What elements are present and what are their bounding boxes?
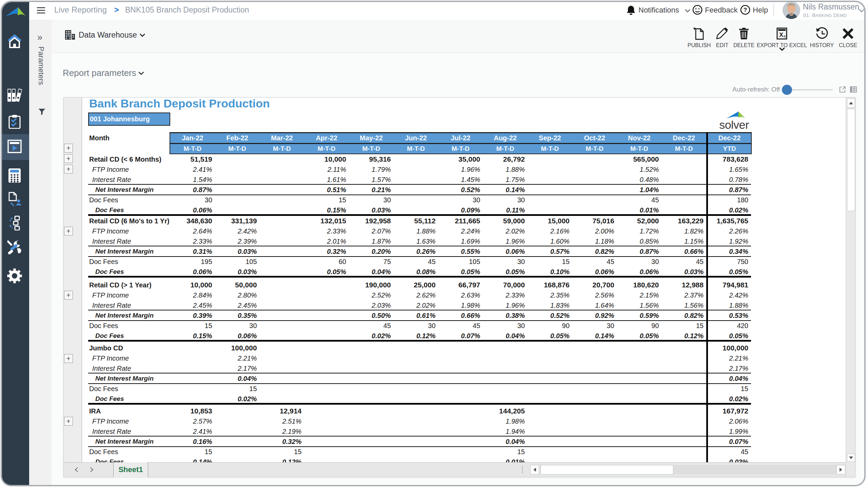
svg-text:?: ?	[744, 7, 747, 13]
svg-text:solver: solver	[719, 118, 749, 131]
svg-text:X: X	[779, 32, 783, 38]
